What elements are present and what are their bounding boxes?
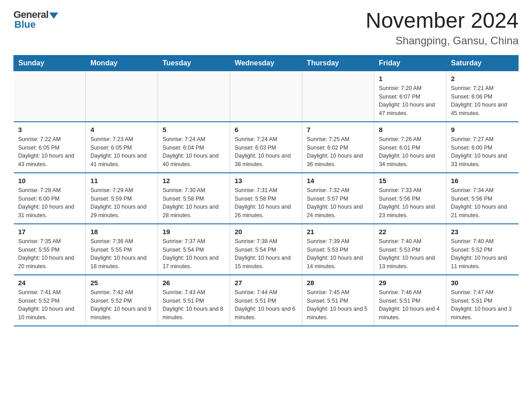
weekday-header-row: SundayMondayTuesdayWednesdayThursdayFrid… [14,55,519,71]
title-area: November 2024 Shangping, Gansu, China [365,9,519,47]
calendar-cell: 10Sunrise: 7:28 AMSunset: 6:00 PMDayligh… [14,173,86,224]
day-info: Sunrise: 7:41 AMSunset: 5:52 PMDaylight:… [18,288,82,322]
calendar-cell: 8Sunrise: 7:26 AMSunset: 6:01 PMDaylight… [374,122,446,173]
day-info: Sunrise: 7:20 AMSunset: 6:07 PMDaylight:… [379,84,442,118]
calendar-cell: 28Sunrise: 7:45 AMSunset: 5:51 PMDayligh… [302,275,374,326]
calendar-cell: 21Sunrise: 7:39 AMSunset: 5:53 PMDayligh… [302,224,374,275]
calendar-cell: 17Sunrise: 7:35 AMSunset: 5:55 PMDayligh… [14,224,86,275]
calendar-cell [86,71,158,122]
day-info: Sunrise: 7:33 AMSunset: 5:56 PMDaylight:… [379,186,442,220]
day-number: 16 [451,177,514,184]
weekday-header-monday: Monday [86,55,158,71]
day-info: Sunrise: 7:45 AMSunset: 5:51 PMDaylight:… [307,288,369,322]
day-number: 10 [18,177,82,184]
day-info: Sunrise: 7:38 AMSunset: 5:54 PMDaylight:… [235,237,297,271]
day-info: Sunrise: 7:39 AMSunset: 5:53 PMDaylight:… [307,237,369,271]
day-number: 5 [163,126,225,133]
day-info: Sunrise: 7:47 AMSunset: 5:51 PMDaylight:… [451,288,514,322]
calendar-week-4: 17Sunrise: 7:35 AMSunset: 5:55 PMDayligh… [14,224,519,275]
day-number: 3 [18,126,82,133]
day-info: Sunrise: 7:23 AMSunset: 6:05 PMDaylight:… [90,135,153,169]
month-title: November 2024 [365,9,519,33]
day-info: Sunrise: 7:24 AMSunset: 6:03 PMDaylight:… [235,135,297,169]
calendar-cell: 1Sunrise: 7:20 AMSunset: 6:07 PMDaylight… [374,71,446,122]
day-info: Sunrise: 7:46 AMSunset: 5:51 PMDaylight:… [379,288,442,322]
calendar-table: SundayMondayTuesdayWednesdayThursdayFrid… [13,55,519,326]
calendar-week-1: 1Sunrise: 7:20 AMSunset: 6:07 PMDaylight… [14,71,519,122]
calendar-week-2: 3Sunrise: 7:22 AMSunset: 6:05 PMDaylight… [14,122,519,173]
day-number: 23 [451,228,514,235]
day-number: 18 [90,228,153,235]
day-number: 26 [163,279,225,287]
day-info: Sunrise: 7:21 AMSunset: 6:06 PMDaylight:… [451,84,514,118]
day-info: Sunrise: 7:31 AMSunset: 5:58 PMDaylight:… [235,186,297,220]
calendar-cell: 25Sunrise: 7:42 AMSunset: 5:52 PMDayligh… [86,275,158,326]
calendar-cell: 16Sunrise: 7:34 AMSunset: 5:56 PMDayligh… [446,173,519,224]
location-title: Shangping, Gansu, China [365,34,519,47]
calendar-cell: 11Sunrise: 7:29 AMSunset: 5:59 PMDayligh… [86,173,158,224]
calendar-header: SundayMondayTuesdayWednesdayThursdayFrid… [14,55,519,71]
day-info: Sunrise: 7:32 AMSunset: 5:57 PMDaylight:… [307,186,369,220]
calendar-cell: 14Sunrise: 7:32 AMSunset: 5:57 PMDayligh… [302,173,374,224]
day-info: Sunrise: 7:28 AMSunset: 6:00 PMDaylight:… [18,186,82,220]
day-number: 30 [451,279,514,287]
calendar-cell: 23Sunrise: 7:40 AMSunset: 5:52 PMDayligh… [446,224,519,275]
weekday-header-saturday: Saturday [446,55,519,71]
day-info: Sunrise: 7:30 AMSunset: 5:58 PMDaylight:… [163,186,225,220]
day-number: 27 [235,279,297,287]
day-info: Sunrise: 7:42 AMSunset: 5:52 PMDaylight:… [90,288,153,322]
calendar-cell: 12Sunrise: 7:30 AMSunset: 5:58 PMDayligh… [158,173,230,224]
day-number: 25 [90,279,153,287]
day-number: 12 [163,177,225,184]
calendar-cell: 4Sunrise: 7:23 AMSunset: 6:05 PMDaylight… [86,122,158,173]
day-info: Sunrise: 7:40 AMSunset: 5:53 PMDaylight:… [379,237,442,271]
day-info: Sunrise: 7:22 AMSunset: 6:05 PMDaylight:… [18,135,82,169]
day-number: 17 [18,228,82,235]
calendar-cell: 29Sunrise: 7:46 AMSunset: 5:51 PMDayligh… [374,275,446,326]
day-number: 24 [18,279,82,287]
calendar-cell: 19Sunrise: 7:37 AMSunset: 5:54 PMDayligh… [158,224,230,275]
logo: General Blue [13,9,58,30]
calendar-cell: 20Sunrise: 7:38 AMSunset: 5:54 PMDayligh… [230,224,302,275]
day-number: 14 [307,177,369,184]
calendar-cell [14,71,86,122]
calendar-cell: 18Sunrise: 7:36 AMSunset: 5:55 PMDayligh… [86,224,158,275]
calendar-cell: 7Sunrise: 7:25 AMSunset: 6:02 PMDaylight… [302,122,374,173]
calendar-cell [158,71,230,122]
day-number: 28 [307,279,369,287]
calendar-cell: 24Sunrise: 7:41 AMSunset: 5:52 PMDayligh… [14,275,86,326]
day-number: 19 [163,228,225,235]
day-info: Sunrise: 7:26 AMSunset: 6:01 PMDaylight:… [379,135,442,169]
day-number: 8 [379,126,442,133]
day-info: Sunrise: 7:24 AMSunset: 6:04 PMDaylight:… [163,135,225,169]
weekday-header-thursday: Thursday [302,55,374,71]
day-info: Sunrise: 7:27 AMSunset: 6:00 PMDaylight:… [451,135,514,169]
day-number: 9 [451,126,514,133]
weekday-header-friday: Friday [374,55,446,71]
day-info: Sunrise: 7:25 AMSunset: 6:02 PMDaylight:… [307,135,369,169]
calendar-cell: 3Sunrise: 7:22 AMSunset: 6:05 PMDaylight… [14,122,86,173]
calendar-week-3: 10Sunrise: 7:28 AMSunset: 6:00 PMDayligh… [14,173,519,224]
day-number: 1 [379,75,442,82]
calendar-cell: 5Sunrise: 7:24 AMSunset: 6:04 PMDaylight… [158,122,230,173]
weekday-header-tuesday: Tuesday [158,55,230,71]
day-number: 20 [235,228,297,235]
day-info: Sunrise: 7:40 AMSunset: 5:52 PMDaylight:… [451,237,514,271]
day-info: Sunrise: 7:44 AMSunset: 5:51 PMDaylight:… [235,288,297,322]
day-number: 13 [235,177,297,184]
calendar-cell: 15Sunrise: 7:33 AMSunset: 5:56 PMDayligh… [374,173,446,224]
day-number: 2 [451,75,514,82]
day-info: Sunrise: 7:34 AMSunset: 5:56 PMDaylight:… [451,186,514,220]
calendar-cell [230,71,302,122]
calendar-cell: 30Sunrise: 7:47 AMSunset: 5:51 PMDayligh… [446,275,519,326]
day-info: Sunrise: 7:35 AMSunset: 5:55 PMDaylight:… [18,237,82,271]
weekday-header-wednesday: Wednesday [230,55,302,71]
calendar-week-5: 24Sunrise: 7:41 AMSunset: 5:52 PMDayligh… [14,275,519,326]
day-info: Sunrise: 7:29 AMSunset: 5:59 PMDaylight:… [90,186,153,220]
calendar-cell: 6Sunrise: 7:24 AMSunset: 6:03 PMDaylight… [230,122,302,173]
day-info: Sunrise: 7:36 AMSunset: 5:55 PMDaylight:… [90,237,153,271]
logo-blue-text: Blue [14,19,36,30]
logo-arrow-icon [49,13,58,19]
page-header: General Blue November 2024 Shangping, Ga… [13,9,519,47]
day-number: 6 [235,126,297,133]
